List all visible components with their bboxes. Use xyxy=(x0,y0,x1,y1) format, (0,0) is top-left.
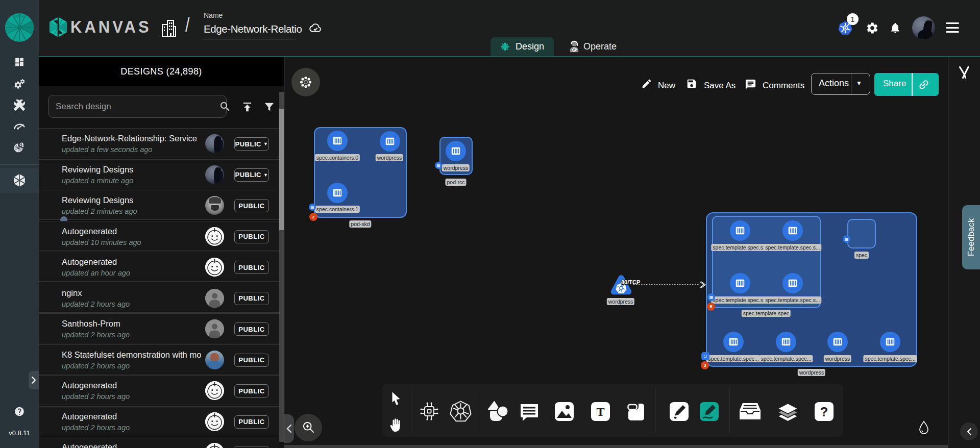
svg-text:?: ? xyxy=(820,404,828,419)
svg-text:80/TCP: 80/TCP xyxy=(621,279,640,285)
svg-text:T: T xyxy=(596,405,604,418)
